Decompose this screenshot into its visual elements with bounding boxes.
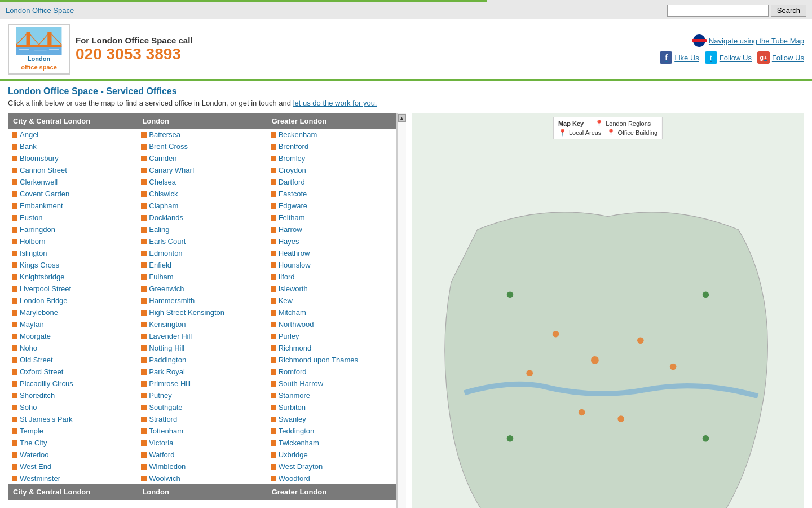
area-link[interactable]: High Street Kensington — [149, 308, 224, 317]
area-link[interactable]: Kings Cross — [20, 261, 59, 269]
scroll-up-arrow[interactable]: ▲ — [398, 114, 406, 122]
area-link[interactable]: Richmond upon Thames — [279, 356, 358, 364]
area-link[interactable]: Moorgate — [20, 332, 51, 340]
area-link[interactable]: Noho — [20, 344, 37, 352]
area-link[interactable]: Hounslow — [279, 261, 311, 269]
area-link[interactable]: Hammersmith — [149, 296, 195, 305]
area-link[interactable]: Brent Cross — [149, 142, 188, 151]
area-link[interactable]: Southgate — [149, 403, 182, 411]
area-link[interactable]: Hayes — [279, 237, 299, 246]
facebook-link[interactable]: f Like Us — [660, 51, 699, 64]
area-link[interactable]: Chiswick — [149, 190, 178, 198]
area-link[interactable]: Croydon — [279, 166, 306, 174]
area-link[interactable]: Feltham — [279, 213, 305, 222]
area-link[interactable]: Watford — [149, 450, 174, 459]
search-input[interactable] — [667, 5, 769, 17]
area-link[interactable]: Purley — [279, 332, 299, 340]
scroll-indicator[interactable]: ▲ ▼ — [397, 113, 406, 508]
area-link[interactable]: Tottenham — [149, 427, 183, 435]
area-link[interactable]: Knightsbridge — [20, 273, 65, 281]
area-link[interactable]: Euston — [20, 213, 42, 222]
area-link[interactable]: Stanmore — [279, 391, 310, 400]
area-link[interactable]: Notting Hill — [149, 344, 184, 352]
area-link[interactable]: St James's Park — [20, 415, 73, 423]
area-link[interactable]: Clapham — [149, 202, 178, 210]
area-link[interactable]: Edgware — [279, 202, 307, 210]
area-link[interactable]: Old Street — [20, 356, 53, 364]
area-link[interactable]: Oxford Street — [20, 367, 63, 376]
area-link[interactable]: Camden — [149, 154, 176, 163]
area-link[interactable]: Woolwich — [149, 474, 180, 483]
area-link[interactable]: Liverpool Street — [20, 284, 71, 293]
area-link[interactable]: Mayfair — [20, 320, 44, 329]
area-link[interactable]: Fulham — [149, 273, 173, 281]
area-link[interactable]: Docklands — [149, 213, 183, 222]
area-link[interactable]: Victoria — [149, 439, 173, 447]
area-link[interactable]: Holborn — [20, 237, 46, 246]
area-link[interactable]: Waterloo — [20, 450, 49, 459]
area-link[interactable]: Farringdon — [20, 225, 55, 234]
area-link[interactable]: Kensington — [149, 320, 186, 329]
area-link[interactable]: West Drayton — [279, 462, 323, 471]
area-link[interactable]: Park Royal — [149, 367, 185, 376]
area-link[interactable]: Covent Garden — [20, 190, 69, 198]
area-link[interactable]: Piccadilly Circus — [20, 379, 73, 388]
search-button[interactable]: Search — [771, 5, 806, 17]
area-link[interactable]: Islington — [20, 249, 47, 257]
area-link[interactable]: Northwood — [279, 320, 314, 329]
area-link[interactable]: Kew — [279, 296, 293, 305]
area-link[interactable]: Ilford — [279, 273, 295, 281]
area-link[interactable]: Harrow — [279, 225, 302, 234]
twitter-link[interactable]: t Follow Us — [705, 51, 752, 64]
area-link[interactable]: Uxbridge — [279, 450, 308, 459]
area-link[interactable]: Temple — [20, 427, 43, 435]
area-link[interactable]: Heathrow — [279, 249, 310, 257]
area-link[interactable]: Paddington — [149, 356, 186, 364]
area-link[interactable]: Angel — [20, 130, 38, 139]
area-link[interactable]: Ealing — [149, 225, 169, 234]
area-link[interactable]: Wimbledon — [149, 462, 186, 471]
area-link[interactable]: Westminster — [20, 474, 60, 483]
area-link[interactable]: Lavender Hill — [149, 332, 192, 340]
area-link[interactable]: South Harrow — [279, 379, 323, 388]
area-link[interactable]: Twickenham — [279, 439, 319, 447]
area-link[interactable]: Bromley — [279, 154, 306, 163]
area-link[interactable]: Beckenham — [279, 130, 317, 139]
gplus-link[interactable]: g+ Follow Us — [757, 51, 804, 64]
area-link[interactable]: Shoreditch — [20, 391, 55, 400]
area-link[interactable]: Eastcote — [279, 190, 307, 198]
area-link[interactable]: London Bridge — [20, 296, 68, 305]
area-link[interactable]: Battersea — [149, 130, 180, 139]
area-link[interactable]: Mitcham — [279, 308, 306, 317]
area-link[interactable]: Marylebone — [20, 308, 58, 317]
area-link[interactable]: Cannon Street — [20, 166, 67, 174]
area-link[interactable]: Soho — [20, 403, 37, 411]
site-title-link[interactable]: London Office Space — [6, 6, 74, 15]
area-link[interactable]: Richmond — [279, 344, 312, 352]
area-link[interactable]: Bank — [20, 142, 37, 151]
area-link[interactable]: Canary Wharf — [149, 166, 194, 174]
area-link[interactable]: Bloomsbury — [20, 154, 59, 163]
area-link[interactable]: Edmonton — [149, 249, 182, 257]
area-link[interactable]: Woodford — [279, 474, 310, 483]
area-link[interactable]: Surbiton — [279, 403, 306, 411]
page-desc-link[interactable]: let us do the work for you. — [293, 99, 377, 107]
area-link[interactable]: Stratford — [149, 415, 177, 423]
area-link[interactable]: Brentford — [279, 142, 308, 151]
area-link[interactable]: West End — [20, 462, 51, 471]
area-link[interactable]: Isleworth — [279, 284, 308, 293]
area-link[interactable]: Chelsea — [149, 178, 176, 186]
area-link[interactable]: Primrose Hill — [149, 379, 191, 388]
area-link[interactable]: Greenwich — [149, 284, 184, 293]
area-link[interactable]: Romford — [279, 367, 307, 376]
area-link[interactable]: Swanley — [279, 415, 306, 423]
area-link[interactable]: Embankment — [20, 202, 63, 210]
area-link[interactable]: Clerkenwell — [20, 178, 58, 186]
area-link[interactable]: Dartford — [279, 178, 305, 186]
area-link[interactable]: Teddington — [279, 427, 315, 435]
area-link[interactable]: Putney — [149, 391, 171, 400]
area-link[interactable]: Earls Court — [149, 237, 186, 246]
tube-map-link[interactable]: Navigate using the Tube Map — [709, 37, 804, 45]
area-link[interactable]: Enfield — [149, 261, 171, 269]
area-link[interactable]: The City — [20, 439, 47, 447]
